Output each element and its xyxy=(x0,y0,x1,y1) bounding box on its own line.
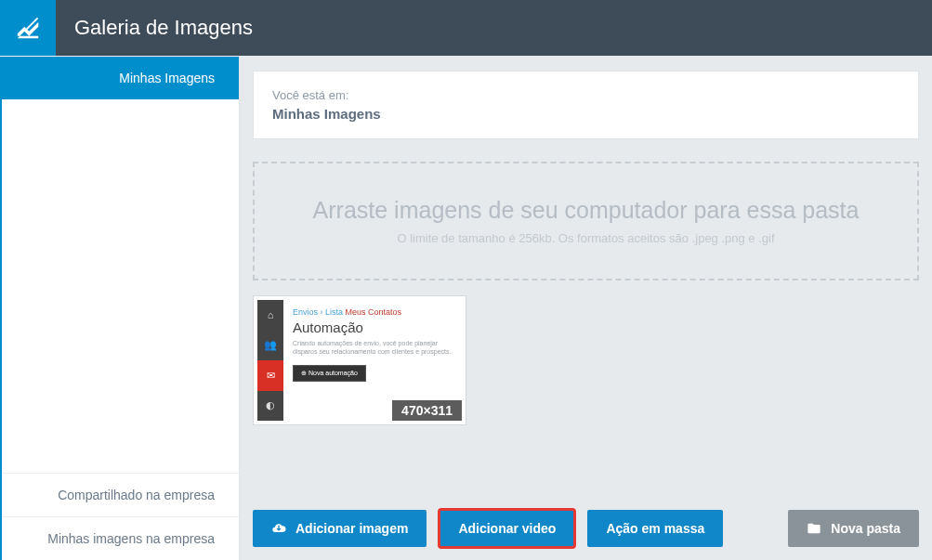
new-folder-button[interactable]: Nova pasta xyxy=(788,510,919,547)
app-header: Galeria de Imagens xyxy=(0,0,932,56)
home-icon: ⌂ xyxy=(257,300,283,331)
thumb-breadcrumb: Envios › Lista Meus Contatos xyxy=(293,307,453,317)
add-video-button[interactable]: Adicionar video xyxy=(440,510,574,547)
thumb-dimensions-badge: 470×311 xyxy=(392,400,462,421)
app-icon xyxy=(0,0,56,56)
bulk-action-button[interactable]: Ação em massa xyxy=(587,510,723,547)
sidebar-item-my-images[interactable]: Minhas Imagens xyxy=(0,56,239,99)
dropzone-title: Arraste imagens de seu computador para e… xyxy=(264,197,908,224)
thumb-desc: Criando automações de envio, você pode p… xyxy=(293,339,453,356)
action-bar: Adicionar imagem Adicionar video Ação em… xyxy=(253,482,919,547)
breadcrumb: Você está em: Minhas Imagens xyxy=(253,71,919,139)
add-image-button[interactable]: Adicionar imagem xyxy=(253,510,427,547)
users-icon: 👥 xyxy=(257,331,283,361)
sidebar: Minhas Imagens Compartilhado na empresa … xyxy=(0,56,240,560)
breadcrumb-current: Minhas Imagens xyxy=(272,106,899,122)
dropzone-sub: O limite de tamanho é 256kb. Os formatos… xyxy=(264,231,908,245)
page-title: Galeria de Imagens xyxy=(74,16,253,40)
thumb-title: Automação xyxy=(293,319,453,335)
globe-icon: ◐ xyxy=(257,391,283,422)
folder-icon xyxy=(807,521,821,536)
thumb-button: ⊕ Nova automação xyxy=(293,365,366,382)
sidebar-item-my-company-images[interactable]: Minhas imagens na empresa xyxy=(0,516,239,560)
main-panel: Você está em: Minhas Imagens Arraste ima… xyxy=(240,56,932,560)
image-thumbnail[interactable]: ⌂ 👥 ✉ ◐ Envios › Lista Meus Contatos Aut… xyxy=(253,295,466,425)
mail-icon: ✉ xyxy=(257,360,283,391)
breadcrumb-label: Você está em: xyxy=(272,88,899,102)
sidebar-item-shared-company[interactable]: Compartilhado na empresa xyxy=(0,473,239,516)
cloud-upload-icon xyxy=(271,521,286,536)
dropzone[interactable]: Arraste imagens de seu computador para e… xyxy=(253,162,919,280)
